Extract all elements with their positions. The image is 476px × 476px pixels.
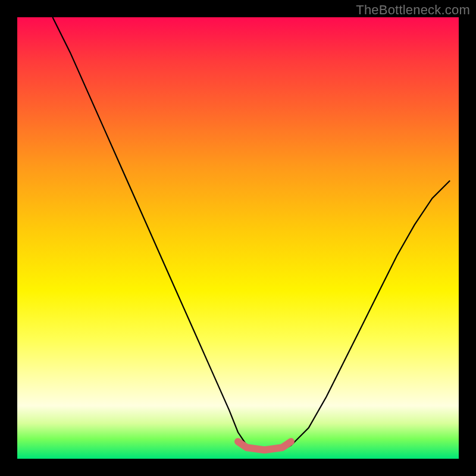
watermark-text: TheBottleneck.com (356, 2, 470, 18)
plot-area (17, 17, 459, 459)
bottleneck-curve (17, 17, 459, 459)
chart-frame: TheBottleneck.com (0, 0, 476, 476)
